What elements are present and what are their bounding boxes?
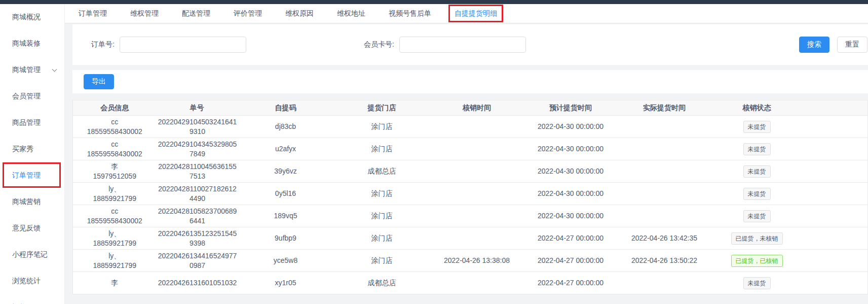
store-cell: 成都总店	[334, 272, 430, 294]
actual-pickup-time-cell	[618, 205, 711, 227]
verify-time-cell	[430, 138, 524, 160]
status-cell: 未提货	[711, 160, 803, 183]
expected-pickup-time-cell: 2022-04-27 00:00:00	[524, 250, 618, 272]
sidebar-item-label: 商城管理	[12, 65, 41, 75]
sidebar-item-mall-marketing[interactable]: 商城营销	[0, 189, 64, 215]
store-cell: 涂门店	[334, 138, 430, 160]
table-row: 李20220426131601051032xy1r05成都总店2022-04-2…	[73, 272, 868, 294]
reset-button[interactable]: 重置	[837, 37, 867, 53]
member-name: ly、	[73, 229, 157, 239]
search-filter-panel: 订单号: 会员卡号: 搜索 重置	[72, 24, 868, 65]
filler-cell	[803, 183, 868, 205]
status-badge: 未提货	[743, 210, 771, 222]
expected-pickup-time-cell: 2022-04-30 00:00:00	[524, 160, 618, 183]
table-row: ly、18859921799202204261344165249770987yc…	[73, 250, 868, 272]
filler-cell	[803, 272, 868, 294]
tab-label: 订单管理	[79, 9, 107, 17]
sidebar-item-video-channel[interactable]: 视频号	[0, 294, 64, 304]
sidebar-item-browse-statistics[interactable]: 浏览统计	[0, 268, 64, 294]
sidebar-item-label: 订单管理	[12, 171, 41, 180]
sidebar-item-mall-overview[interactable]: 商城概况	[0, 4, 64, 30]
tab-rights-management[interactable]: 维权管理	[130, 9, 159, 18]
store-cell: 涂门店	[334, 250, 430, 272]
app-layout: 商城概况商城装修商城管理会员管理商品管理买家秀订单管理商城营销意见反馈小程序笔记…	[0, 4, 868, 304]
export-button[interactable]: 导出	[84, 74, 114, 89]
actual-pickup-time-cell	[618, 116, 711, 138]
member-card-input[interactable]	[399, 37, 526, 53]
sidebar-item-mall-management[interactable]: 商城管理	[0, 57, 64, 83]
status-badge: 未提货	[743, 165, 771, 178]
tab-rights-reason[interactable]: 维权原因	[285, 9, 314, 18]
tab-order-management[interactable]: 订单管理	[79, 9, 107, 18]
content-area: 订单号: 会员卡号: 搜索 重置 导出	[65, 23, 868, 304]
table-header-row: 会员信息单号自提码提货门店核销时间预计提货时间实际提货时间核销状态	[73, 100, 868, 116]
actual-pickup-time-cell	[618, 138, 711, 160]
status-cell: 未提货	[711, 272, 803, 294]
order-no-cell: 202204281100271826124490	[157, 183, 238, 205]
expected-pickup-time-cell: 2022-04-30 00:00:00	[524, 138, 618, 160]
member-phone: 18859921799	[73, 194, 157, 204]
member-info-cell: 李	[73, 272, 157, 294]
tab-video-after-sales[interactable]: 视频号售后单	[389, 9, 431, 18]
member-phone: 18559558430002	[73, 216, 157, 226]
tab-bar: 订单管理维权管理配送管理评价管理维权原因维权地址视频号售后单自提提货明细	[65, 4, 868, 23]
verify-time-cell	[430, 160, 524, 183]
order-no: 202204291045032416419310	[157, 117, 239, 137]
member-info-cell: 李15979512059	[73, 160, 157, 183]
pickup-code-cell: yce5w8	[238, 250, 334, 272]
table-row: cc18559558430002202204281058237006896441…	[73, 205, 868, 227]
sidebar-item-feedback[interactable]: 意见反馈	[0, 215, 64, 242]
member-info-cell: cc18559558430002	[73, 205, 157, 227]
table-row: cc18559558430002202204291043453298057849…	[73, 138, 868, 160]
filter-buttons: 搜索 重置	[799, 37, 868, 53]
member-name: cc	[73, 140, 157, 149]
expected-pickup-time-cell: 2022-04-27 00:00:00	[524, 272, 618, 294]
pickup-detail-table: 会员信息单号自提码提货门店核销时间预计提货时间实际提货时间核销状态 cc1855…	[72, 100, 868, 294]
sidebar-item-mall-decoration[interactable]: 商城装修	[0, 30, 64, 57]
actual-pickup-time-cell: 2022-04-26 13:42:35	[618, 227, 711, 250]
status-badge: 未提货	[743, 277, 771, 289]
store-cell: 涂门店	[334, 227, 430, 250]
expected-pickup-time-cell: 2022-04-30 00:00:00	[524, 116, 618, 138]
tab-rights-address[interactable]: 维权地址	[337, 9, 365, 18]
pickup-code-cell: 39y6vz	[238, 160, 334, 183]
filler-cell	[803, 160, 868, 183]
search-button[interactable]: 搜索	[799, 37, 829, 53]
sidebar-item-member-management[interactable]: 会员管理	[0, 83, 64, 110]
sidebar-item-order-management[interactable]: 订单管理	[0, 162, 64, 189]
order-no: 20220426131601051032	[157, 278, 239, 288]
sidebar-item-buyer-show[interactable]: 买家秀	[0, 136, 64, 162]
verify-time-cell	[430, 227, 524, 250]
member-name: ly、	[73, 184, 157, 194]
store-cell: 涂门店	[334, 116, 430, 138]
tab-delivery-management[interactable]: 配送管理	[182, 9, 210, 18]
sidebar-item-label: 意见反馈	[12, 224, 41, 233]
member-card-form-item: 会员卡号:	[364, 37, 526, 53]
tab-label: 评价管理	[234, 9, 262, 17]
column-header: 提货门店	[334, 100, 430, 116]
sidebar-item-label: 商品管理	[12, 118, 41, 127]
verify-time-cell: 2022-04-26 13:38:08	[430, 250, 524, 272]
order-no: 202204261344165249770987	[157, 251, 239, 271]
tab-pickup-detail[interactable]: 自提提货明细	[455, 9, 497, 18]
status-cell: 未提货	[711, 138, 803, 160]
sidebar-item-label: 商城装修	[12, 39, 41, 48]
member-info-cell: cc18559558430002	[73, 138, 157, 160]
sidebar-item-product-management[interactable]: 商品管理	[0, 110, 64, 136]
status-badge: 已提货，未核销	[731, 232, 783, 245]
tab-label: 自提提货明细	[455, 9, 497, 17]
chevron-down-icon	[52, 66, 57, 72]
verify-time-cell	[430, 205, 524, 227]
tab-label: 维权地址	[337, 9, 365, 17]
order-no-input[interactable]	[120, 37, 246, 53]
table-row: cc18559558430002202204291045032416419310…	[73, 116, 868, 138]
pickup-detail-table-card: 会员信息单号自提码提货门店核销时间预计提货时间实际提货时间核销状态 cc1855…	[72, 100, 868, 294]
sidebar-item-mini-program-notes[interactable]: 小程序笔记	[0, 242, 64, 268]
actual-pickup-time-cell: 2022-04-26 13:50:22	[618, 250, 711, 272]
tab-review-management[interactable]: 评价管理	[234, 9, 262, 18]
pickup-code-cell: dj83cb	[238, 116, 334, 138]
filler-cell	[803, 138, 868, 160]
pickup-code-cell: xy1r05	[238, 272, 334, 294]
status-badge: 未提货	[743, 188, 771, 200]
order-no-cell: 202204291045032416419310	[157, 116, 238, 138]
